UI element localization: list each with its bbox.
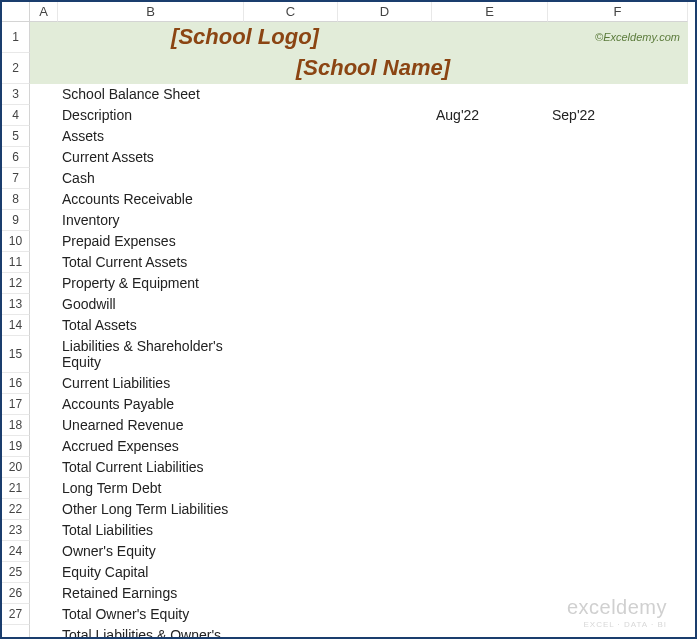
cell-e25[interactable]: [432, 562, 548, 583]
cell-d23[interactable]: [338, 520, 432, 541]
row-header-17[interactable]: 17: [2, 394, 30, 415]
cell-a27[interactable]: [30, 604, 58, 625]
cell-c3[interactable]: [244, 84, 338, 105]
cell-f23[interactable]: [548, 520, 688, 541]
cell-b21[interactable]: Long Term Debt: [58, 478, 244, 499]
cell-a11[interactable]: [30, 252, 58, 273]
cell-d26[interactable]: [338, 583, 432, 604]
cell-d10[interactable]: [338, 231, 432, 252]
cell-e11[interactable]: [432, 252, 548, 273]
cell-e8[interactable]: [432, 189, 548, 210]
cell-a17[interactable]: [30, 394, 58, 415]
cell-f6[interactable]: [548, 147, 688, 168]
cell-f15[interactable]: [548, 336, 688, 373]
cell-f20[interactable]: [548, 457, 688, 478]
row-header-14[interactable]: 14: [2, 315, 30, 336]
row-header-28[interactable]: 28: [2, 625, 30, 639]
cell-f7[interactable]: [548, 168, 688, 189]
cell-f22[interactable]: [548, 499, 688, 520]
cell-b6[interactable]: Current Assets: [58, 147, 244, 168]
cell-e17[interactable]: [432, 394, 548, 415]
cell-f19[interactable]: [548, 436, 688, 457]
row-header-16[interactable]: 16: [2, 373, 30, 394]
cell-a25[interactable]: [30, 562, 58, 583]
cell-c5[interactable]: [244, 126, 338, 147]
cell-d20[interactable]: [338, 457, 432, 478]
row-header-7[interactable]: 7: [2, 168, 30, 189]
cell-e7[interactable]: [432, 168, 548, 189]
cell-c20[interactable]: [244, 457, 338, 478]
col-header-e[interactable]: E: [432, 2, 548, 22]
cell-c19[interactable]: [244, 436, 338, 457]
row-header-5[interactable]: 5: [2, 126, 30, 147]
cell-a5[interactable]: [30, 126, 58, 147]
cell-c27[interactable]: [244, 604, 338, 625]
cell-d28[interactable]: [338, 625, 432, 639]
row-header-10[interactable]: 10: [2, 231, 30, 252]
cell-b7[interactable]: Cash: [58, 168, 244, 189]
cell-e21[interactable]: [432, 478, 548, 499]
cell-d3[interactable]: [338, 84, 432, 105]
cell-c11[interactable]: [244, 252, 338, 273]
cell-e19[interactable]: [432, 436, 548, 457]
cell-c22[interactable]: [244, 499, 338, 520]
cell-a3[interactable]: [30, 84, 58, 105]
cell-d18[interactable]: [338, 415, 432, 436]
row-header-23[interactable]: 23: [2, 520, 30, 541]
cell-b12[interactable]: Property & Equipment: [58, 273, 244, 294]
cell-b9[interactable]: Inventory: [58, 210, 244, 231]
cell-b4[interactable]: Description: [58, 105, 244, 126]
school-name-cell[interactable]: [School Name]: [58, 53, 688, 84]
cell-b8[interactable]: Accounts Receivable: [58, 189, 244, 210]
cell-a6[interactable]: [30, 147, 58, 168]
col-header-a[interactable]: A: [30, 2, 58, 22]
cell-b18[interactable]: Unearned Revenue: [58, 415, 244, 436]
cell-e12[interactable]: [432, 273, 548, 294]
cell-f4[interactable]: Sep'22: [548, 105, 688, 126]
cell-c9[interactable]: [244, 210, 338, 231]
cell-e18[interactable]: [432, 415, 548, 436]
row-header-11[interactable]: 11: [2, 252, 30, 273]
cell-a18[interactable]: [30, 415, 58, 436]
cell-f25[interactable]: [548, 562, 688, 583]
spreadsheet-grid[interactable]: A B C D E F 1 [School Logo] ©Exceldemy.c…: [2, 2, 695, 84]
cell-b17[interactable]: Accounts Payable: [58, 394, 244, 415]
cell-c16[interactable]: [244, 373, 338, 394]
cell-f21[interactable]: [548, 478, 688, 499]
cell-e23[interactable]: [432, 520, 548, 541]
cell-c18[interactable]: [244, 415, 338, 436]
corner-cell[interactable]: [2, 2, 30, 22]
row-header-9[interactable]: 9: [2, 210, 30, 231]
cell-d21[interactable]: [338, 478, 432, 499]
cell-c25[interactable]: [244, 562, 338, 583]
cell-f11[interactable]: [548, 252, 688, 273]
credit-cell[interactable]: ©Exceldemy.com: [548, 22, 688, 53]
cell-b11[interactable]: Total Current Assets: [58, 252, 244, 273]
cell-c13[interactable]: [244, 294, 338, 315]
cell-e6[interactable]: [432, 147, 548, 168]
row-header-2[interactable]: 2: [2, 53, 30, 84]
cell-b22[interactable]: Other Long Term Liabilities: [58, 499, 244, 520]
cell-b27[interactable]: Total Owner's Equity: [58, 604, 244, 625]
cell-e13[interactable]: [432, 294, 548, 315]
cell-a23[interactable]: [30, 520, 58, 541]
cell-f5[interactable]: [548, 126, 688, 147]
cell-c26[interactable]: [244, 583, 338, 604]
cell-f12[interactable]: [548, 273, 688, 294]
cell-f13[interactable]: [548, 294, 688, 315]
cell-f9[interactable]: [548, 210, 688, 231]
cell-d9[interactable]: [338, 210, 432, 231]
cell-a10[interactable]: [30, 231, 58, 252]
cell-e22[interactable]: [432, 499, 548, 520]
cell-e28[interactable]: [432, 625, 548, 639]
cell-a7[interactable]: [30, 168, 58, 189]
cell-b25[interactable]: Equity Capital: [58, 562, 244, 583]
row-header-13[interactable]: 13: [2, 294, 30, 315]
row-header-27[interactable]: 27: [2, 604, 30, 625]
cell-a26[interactable]: [30, 583, 58, 604]
cell-a13[interactable]: [30, 294, 58, 315]
cell-c21[interactable]: [244, 478, 338, 499]
cell-d15[interactable]: [338, 336, 432, 373]
cell-e16[interactable]: [432, 373, 548, 394]
cell-a24[interactable]: [30, 541, 58, 562]
